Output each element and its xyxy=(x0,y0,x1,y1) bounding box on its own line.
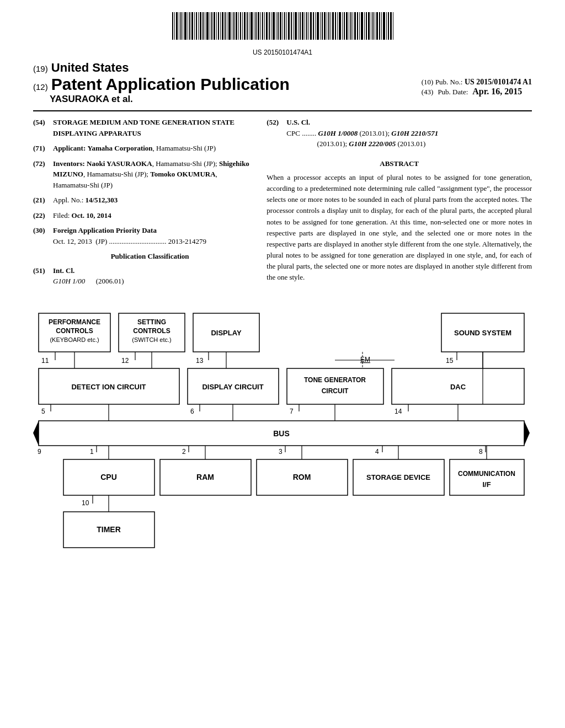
svg-text:STORAGE DEVICE: STORAGE DEVICE xyxy=(366,473,430,481)
svg-text:7: 7 xyxy=(290,408,294,415)
svg-rect-21 xyxy=(218,12,219,40)
svg-rect-62 xyxy=(308,12,309,40)
svg-rect-77 xyxy=(342,12,343,40)
pub-no-label: Pub. No.: xyxy=(435,78,462,86)
svg-rect-54 xyxy=(291,12,292,40)
pub-date-label: Pub. Date: xyxy=(438,88,468,97)
svg-rect-36 xyxy=(250,12,253,40)
appl-label: Appl. No.: xyxy=(53,196,83,204)
svg-rect-93 xyxy=(376,12,378,40)
svg-text:9: 9 xyxy=(38,448,41,456)
svg-rect-91 xyxy=(372,12,374,40)
us-cl-field: (52) U.S. Cl. CPC ........ G10H 1/0008 (… xyxy=(266,117,532,149)
svg-rect-19 xyxy=(214,12,215,40)
title-content: STORAGE MEDIUM AND TONE GENERATION STATE… xyxy=(53,117,250,138)
svg-rect-45 xyxy=(271,12,271,40)
body-columns: (54) STORAGE MEDIUM AND TONE GENERATION … xyxy=(33,117,532,291)
svg-rect-38 xyxy=(255,12,257,40)
appl-field: (21) Appl. No.: 14/512,303 xyxy=(33,195,250,206)
foreign-field: (30) Foreign Application Priority Data O… xyxy=(33,225,250,247)
svg-rect-66 xyxy=(317,12,319,40)
svg-text:SOUND SYSTEM: SOUND SYSTEM xyxy=(454,329,511,337)
svg-rect-13 xyxy=(200,12,201,40)
app-pub-num: (12) xyxy=(33,82,48,92)
app-pub-label: Patent Application Publication xyxy=(51,75,290,94)
inventors-label: Inventors: xyxy=(53,159,85,168)
svg-text:EM: EM xyxy=(360,356,370,363)
svg-rect-69 xyxy=(324,12,326,40)
svg-rect-98 xyxy=(388,12,389,40)
svg-rect-29 xyxy=(236,12,237,40)
int-cl-field: (51) Int. Cl. G10H 1/00 (2006.01) xyxy=(33,265,250,287)
svg-rect-40 xyxy=(260,12,261,40)
svg-rect-28 xyxy=(233,12,234,40)
svg-text:6: 6 xyxy=(190,408,194,415)
svg-text:5: 5 xyxy=(41,408,45,415)
svg-text:3: 3 xyxy=(279,448,282,456)
page: US 20150101474A1 (19) United States (12)… xyxy=(0,0,565,728)
svg-rect-42 xyxy=(264,12,265,40)
foreign-num: (30) xyxy=(33,225,49,247)
svg-rect-64 xyxy=(313,12,314,40)
svg-rect-68 xyxy=(322,12,323,40)
foreign-content: Foreign Application Priority Data Oct. 1… xyxy=(53,225,250,247)
svg-rect-43 xyxy=(266,12,268,40)
header-section: (19) United States (12) Patent Applicati… xyxy=(33,61,532,105)
filed-content: Filed: Oct. 10, 2014 xyxy=(53,210,250,221)
svg-rect-5 xyxy=(183,12,183,40)
svg-text:CONTROLS: CONTROLS xyxy=(133,327,170,335)
svg-rect-85 xyxy=(359,12,360,40)
pub-class-label: Publication Classification xyxy=(50,251,250,262)
svg-rect-11 xyxy=(196,12,197,40)
appl-content: Appl. No.: 14/512,303 xyxy=(53,195,250,206)
svg-rect-86 xyxy=(361,12,363,40)
svg-rect-74 xyxy=(335,12,336,40)
svg-text:TIMER: TIMER xyxy=(97,525,121,534)
svg-rect-9 xyxy=(191,12,193,40)
svg-rect-83 xyxy=(354,12,356,40)
svg-rect-60 xyxy=(305,12,305,40)
svg-text:CPU: CPU xyxy=(100,473,117,481)
pub-date-value: Apr. 16, 2015 xyxy=(472,87,522,97)
us-cl-num: (52) xyxy=(266,117,282,149)
cpc-label: CPC xyxy=(286,129,300,137)
svg-text:PERFORMANCE: PERFORMANCE xyxy=(49,318,100,326)
svg-rect-26 xyxy=(228,12,231,40)
svg-rect-7 xyxy=(188,12,188,40)
int-cl-content: Int. Cl. G10H 1/00 (2006.01) xyxy=(53,265,250,287)
svg-rect-22 xyxy=(220,12,221,40)
svg-rect-17 xyxy=(210,12,210,40)
filed-field: (22) Filed: Oct. 10, 2014 xyxy=(33,210,250,221)
svg-rect-67 xyxy=(320,12,321,40)
svg-rect-48 xyxy=(278,12,279,40)
svg-rect-56 xyxy=(295,12,297,40)
svg-text:(SWITCH etc.): (SWITCH etc.) xyxy=(132,336,172,343)
svg-rect-35 xyxy=(249,12,249,40)
svg-rect-72 xyxy=(331,12,331,40)
svg-text:CIRCUIT: CIRCUIT xyxy=(322,387,349,395)
svg-rect-10 xyxy=(194,12,195,40)
svg-rect-51 xyxy=(284,12,285,40)
svg-text:RAM: RAM xyxy=(196,473,214,481)
svg-rect-95 xyxy=(381,12,382,40)
svg-rect-15 xyxy=(205,12,205,40)
foreign-label: Foreign Application Priority Data xyxy=(53,226,157,234)
svg-text:COMMUNICATION: COMMUNICATION xyxy=(458,470,515,478)
svg-rect-94 xyxy=(379,12,380,40)
us-cl-label: U.S. Cl. xyxy=(286,118,310,126)
svg-rect-76 xyxy=(339,12,341,40)
svg-rect-16 xyxy=(206,12,209,40)
pub-no-line: (10) Pub. No.: US 2015/0101474 A1 xyxy=(422,78,532,87)
svg-rect-65 xyxy=(315,12,316,40)
svg-text:(KEYBOARD etc.): (KEYBOARD etc.) xyxy=(50,336,99,343)
svg-rect-1 xyxy=(174,12,175,40)
svg-rect-32 xyxy=(242,12,243,40)
svg-rect-50 xyxy=(282,12,283,40)
svg-rect-126 xyxy=(287,368,383,404)
svg-rect-71 xyxy=(328,12,329,40)
pub-no-num: (10) xyxy=(422,78,434,86)
abstract-section: ABSTRACT When a processor accepts an inp… xyxy=(266,158,532,283)
svg-text:CONTROLS: CONTROLS xyxy=(56,327,93,335)
svg-rect-4 xyxy=(180,12,182,40)
svg-rect-39 xyxy=(258,12,259,40)
